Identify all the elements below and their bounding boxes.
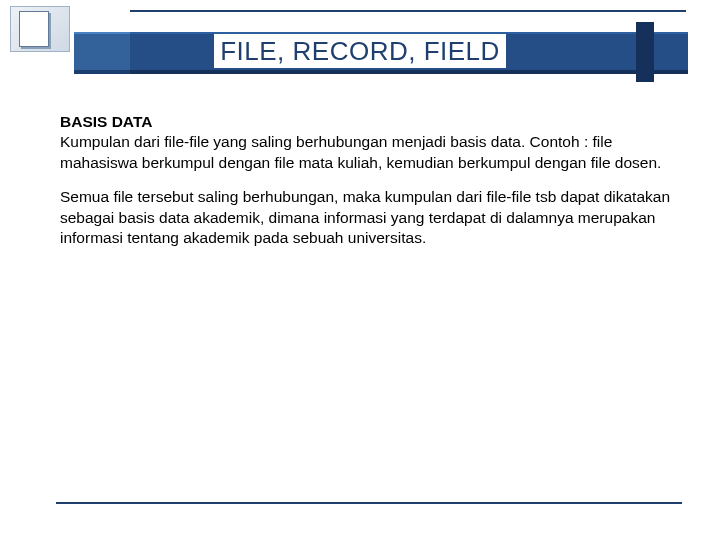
paragraph-2: Semua file tersebut saling berhubungan, … [60,187,680,248]
slide-header: FILE, RECORD, FIELD [0,0,720,90]
bottom-divider [56,502,682,504]
slide-body: BASIS DATA Kumpulan dari file-file yang … [60,112,680,263]
slide-title-text: FILE, RECORD, FIELD [214,34,506,68]
paragraph-1: Kumpulan dari file-file yang saling berh… [60,133,661,170]
section-heading: BASIS DATA [60,113,152,130]
top-divider [130,10,686,12]
slide-title: FILE, RECORD, FIELD [0,36,720,67]
